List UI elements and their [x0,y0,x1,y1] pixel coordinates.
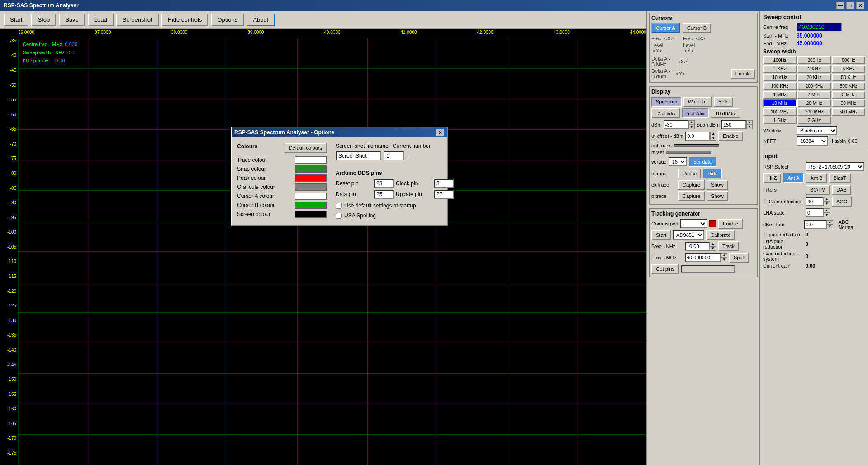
freq-btn-1mhz[interactable]: 1 MHz [763,91,797,99]
close-button[interactable]: ✕ [856,2,864,9]
step-up-button[interactable]: ▲ [710,242,716,246]
freq-btn-5mhz[interactable]: 5 MHz [832,91,865,99]
freq-mhz-input[interactable] [685,253,721,262]
freq-up-button[interactable]: ▲ [721,253,727,258]
hi-z-button[interactable]: Hi Z [763,173,781,183]
device-select[interactable]: AD9851 [673,230,704,240]
reset-pin-input[interactable] [374,179,394,188]
lna-up-button[interactable]: ▲ [824,208,830,213]
freq-down-button[interactable]: ▼ [721,258,727,262]
cursor-a-button[interactable]: Cursor A [651,23,680,33]
clock-pin-input[interactable] [434,179,454,188]
trace-colour-swatch[interactable] [295,156,327,164]
screen-colour-swatch[interactable] [295,211,327,218]
freq-btn-500khz[interactable]: 500 KHz [832,82,865,90]
freq-btn-100khz[interactable]: 100 KHz [763,82,797,90]
use-default-checkbox[interactable] [336,203,342,209]
lna-down-button[interactable]: ▼ [824,213,830,217]
ant-b-button[interactable]: Ant B [806,173,827,183]
show-pk-button[interactable]: Show [707,180,728,190]
dab-button[interactable]: DAB [832,185,851,195]
lna-state-input[interactable] [806,208,824,217]
capture-pp-button[interactable]: Capture [678,191,705,201]
step-khz-input[interactable] [685,242,710,251]
freq-btn-2khz[interactable]: 2 KHz [797,65,831,73]
freq-btn-2ghz[interactable]: 2 GHz [797,117,831,124]
screenshot-button[interactable]: Screenshot [116,14,159,26]
data-pin-input[interactable] [374,190,394,199]
screenshot-filename-input[interactable] [336,151,381,160]
get-pins-button[interactable]: Get pins [651,264,679,274]
hide-button[interactable]: Hide [703,169,722,178]
output-up-button[interactable]: ▲ [710,132,716,136]
step-down-button[interactable]: ▼ [710,246,716,251]
peak-colour-swatch[interactable] [295,174,327,182]
cursor-enable-button[interactable]: Enable [731,69,755,79]
hide-controls-button[interactable]: Hide controls [161,14,209,26]
bias-t-button[interactable]: BiasT [829,173,850,183]
average-select[interactable]: 16 8 4 2 1 [669,157,687,166]
freq-btn-50khz[interactable]: 50 KHz [832,74,865,81]
restore-button[interactable]: □ [846,2,854,9]
freq-btn-100mhz[interactable]: 100 MHz [763,108,797,116]
freq-btn-500hz[interactable]: 500Hz [832,56,865,64]
brightness-slider[interactable] [674,144,719,147]
display-enable-button[interactable]: Enable [718,131,743,141]
spot-button[interactable]: Spot [729,253,749,263]
span-dbm-input[interactable] [721,120,746,129]
freq-btn-20khz[interactable]: 20 KHz [797,74,831,81]
update-pin-input[interactable] [434,190,454,199]
freq-btn-1khz[interactable]: 1 KHz [763,65,797,73]
window-select[interactable]: Blackman [797,126,837,135]
both-button[interactable]: Both [714,97,733,107]
freq-btn-20mhz[interactable]: 20 MHz [797,99,831,107]
tracking-start-button[interactable]: Start [651,230,671,240]
freq-btn-10khz[interactable]: 10 KHz [763,74,797,81]
tracking-enable-button[interactable]: Enable [718,219,743,229]
freq-btn-500mhz[interactable]: 500 MHz [832,108,865,116]
dbm-input[interactable] [664,120,688,129]
snap-colour-swatch[interactable] [295,165,327,173]
start-button[interactable]: Start [4,14,28,26]
dbm-trim-input[interactable] [804,220,827,229]
bc-fm-button[interactable]: BC/FM [806,185,830,195]
usa-spelling-checkbox[interactable] [336,213,342,219]
about-button[interactable]: About [247,14,275,26]
dbm-down-button[interactable]: ▼ [688,125,695,129]
show-pp-button[interactable]: Show [707,191,728,201]
minimize-button[interactable]: — [836,2,844,9]
waterfall-button[interactable]: Waterfall [683,97,712,107]
if-gain-down-button[interactable]: ▼ [824,202,830,206]
current-number-input[interactable] [384,151,404,160]
dbm-trim-up-button[interactable]: ▲ [827,220,833,225]
contrast-slider[interactable] [666,151,711,154]
freq-btn-50mhz[interactable]: 50 MHz [832,99,865,107]
db-div-10-button[interactable]: 10 dB/div [711,108,740,118]
if-gain-input[interactable] [806,197,824,206]
freq-btn-200mhz[interactable]: 200 MHz [797,108,831,116]
stop-button[interactable]: Stop [31,14,56,26]
load-button[interactable]: Load [88,14,114,26]
freq-btn-10mhz[interactable]: 10 MHz [763,99,797,107]
db-div-minus2-button[interactable]: -2 dB/div [651,108,680,118]
track-button[interactable]: Track [718,241,739,251]
if-gain-up-button[interactable]: ▲ [824,197,830,202]
capture-pk-button[interactable]: Capture [678,180,705,190]
output-offset-input[interactable] [685,132,710,141]
spectrum-button[interactable]: Spectrum [651,97,682,107]
default-colours-button[interactable]: Default colours [285,143,327,153]
graticule-colour-swatch[interactable] [295,183,327,191]
scr-data-button[interactable]: Scr data [689,157,716,167]
freq-btn-1ghz[interactable]: 1 GHz [763,117,797,124]
calibrate-button[interactable]: Calibrate [706,230,735,240]
freq-btn-200khz[interactable]: 200 KHz [797,82,831,90]
dialog-close-button[interactable]: ✕ [436,129,444,136]
ant-a-button[interactable]: Ant A [783,173,804,183]
cursor-b-colour-swatch[interactable] [295,202,327,209]
pause-button[interactable]: Pause [678,169,701,178]
rsp-select[interactable]: RSP2 - 1705009720 [806,162,864,171]
dbm-trim-down-button[interactable]: ▼ [827,225,833,229]
output-down-button[interactable]: ▼ [710,136,716,141]
options-button[interactable]: Options [211,14,244,26]
span-up-button[interactable]: ▲ [746,120,753,125]
